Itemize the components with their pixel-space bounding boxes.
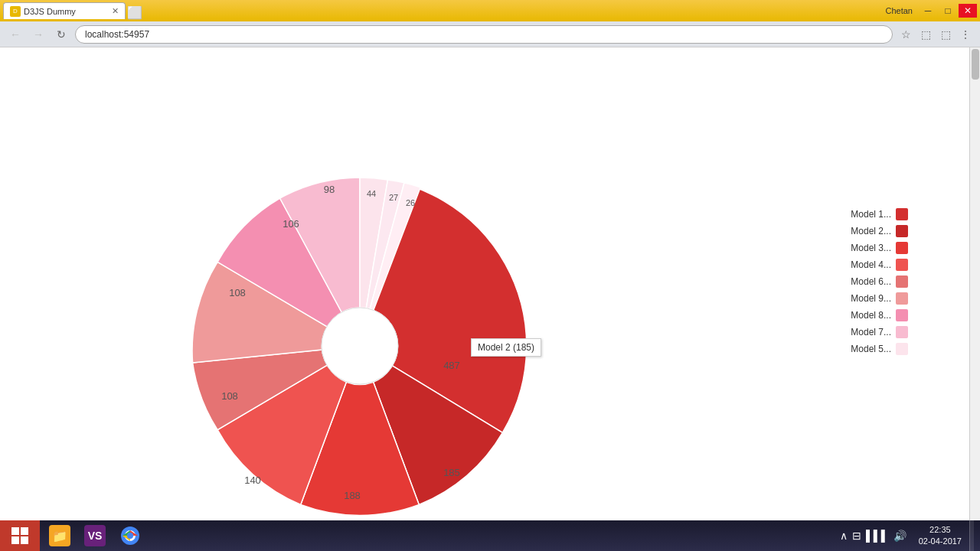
tab-title: D3JS Dummy — [24, 7, 76, 16]
title-bar: D D3JS Dummy ✕ ⬜ Chetan ─ □ ✕ — [0, 0, 980, 21]
taskbar: 📁 VS — [0, 520, 980, 551]
label-model9: 108 — [229, 287, 246, 298]
clock-time: 22:35 — [919, 524, 962, 536]
label-model4: 140 — [244, 474, 261, 486]
toolbar-icons: ☆ ⬚ ⬚ ⋮ — [897, 26, 974, 43]
legend-swatch-model4 — [896, 259, 908, 271]
start-button[interactable] — [0, 520, 40, 551]
legend-swatch-model6 — [896, 276, 908, 288]
tab-area: D D3JS Dummy ✕ ⬜ — [3, 2, 144, 19]
legend-swatch-model8 — [896, 309, 908, 321]
scrollbar[interactable] — [969, 47, 980, 520]
legend-item-model2: Model 2... — [851, 225, 908, 237]
legend-item-model4: Model 4... — [851, 259, 908, 271]
label-model8: 106 — [283, 218, 299, 230]
taskbar-apps: 📁 VS — [40, 522, 150, 549]
windows-logo-icon — [11, 527, 28, 544]
svg-rect-3 — [21, 536, 28, 544]
back-button[interactable]: ← — [6, 25, 24, 44]
clock-date: 02-04-2017 — [919, 536, 962, 547]
legend-label: Model 4... — [851, 259, 891, 270]
scrollbar-thumb[interactable] — [972, 49, 979, 80]
browser-tab[interactable]: D D3JS Dummy ✕ — [3, 2, 126, 19]
close-button[interactable]: ✕ — [959, 4, 977, 18]
legend-swatch-model1 — [896, 208, 908, 220]
label-model2: 185 — [443, 467, 460, 478]
center-circle — [322, 308, 398, 384]
legend-item-model5: Model 5... — [851, 343, 908, 355]
file-explorer-icon: 📁 — [49, 525, 70, 546]
page-content: 487 185 188 140 108 108 106 98 44 27 26 … — [0, 47, 980, 520]
legend-label: Model 8... — [851, 310, 891, 321]
label-model3: 188 — [344, 490, 361, 501]
tab-close-btn[interactable]: ✕ — [112, 6, 119, 16]
maximize-button[interactable]: □ — [939, 4, 957, 18]
legend-swatch-model5 — [896, 343, 908, 355]
chart-container: 487 185 188 140 108 108 106 98 44 27 26 … — [0, 47, 969, 520]
menu-icon[interactable]: ⋮ — [957, 26, 974, 43]
forward-button[interactable]: → — [29, 25, 47, 44]
extension-icon1[interactable]: ⬚ — [917, 26, 934, 43]
legend-item-model8: Model 8... — [851, 309, 908, 321]
visual-studio-icon: VS — [84, 525, 106, 546]
legend-label: Model 2... — [851, 226, 891, 236]
legend: Model 1... Model 2... Model 3... Model 4… — [851, 208, 908, 355]
tab-favicon: D — [10, 6, 21, 17]
legend-label: Model 3... — [851, 243, 891, 253]
legend-swatch-model7 — [896, 326, 908, 338]
tray-up-arrow-icon[interactable]: ∧ — [840, 530, 848, 542]
taskbar-clock[interactable]: 22:35 02-04-2017 — [914, 524, 966, 548]
svg-rect-1 — [21, 527, 28, 535]
svg-rect-2 — [11, 536, 19, 544]
address-bar: ← → ↻ ☆ ⬚ ⬚ ⋮ — [0, 21, 980, 47]
new-tab-button[interactable]: ⬜ — [126, 5, 144, 19]
svg-rect-0 — [11, 527, 19, 535]
taskbar-chrome[interactable] — [113, 522, 147, 549]
new-tab-icon: ⬜ — [127, 5, 142, 20]
extension-icon2[interactable]: ⬚ — [937, 26, 954, 43]
label-model10: 27 — [389, 193, 398, 202]
legend-label: Model 9... — [851, 293, 891, 304]
taskbar-visual-studio[interactable]: VS — [78, 522, 112, 549]
signal-bars-icon[interactable]: ▌▌▌ — [866, 530, 889, 542]
legend-item-model6: Model 6... — [851, 276, 908, 288]
legend-label: Model 1... — [851, 209, 891, 220]
bookmark-icon[interactable]: ☆ — [897, 26, 914, 43]
label-model7: 98 — [324, 184, 335, 195]
legend-item-model1: Model 1... — [851, 208, 908, 220]
label-model11: 26 — [406, 198, 415, 207]
show-desktop-button[interactable] — [969, 520, 974, 551]
legend-label: Model 7... — [851, 327, 891, 337]
legend-swatch-model3 — [896, 242, 908, 254]
label-model6: 108 — [221, 390, 238, 402]
label-model1: 487 — [443, 360, 460, 371]
volume-icon[interactable]: 🔊 — [893, 530, 906, 542]
legend-label: Model 5... — [851, 344, 891, 354]
legend-swatch-model9 — [896, 292, 908, 305]
url-input[interactable] — [75, 25, 893, 44]
chrome-icon — [119, 525, 141, 546]
svg-point-6 — [127, 533, 133, 539]
pie-chart-svg: 487 185 188 140 108 108 106 98 44 27 26 — [38, 47, 689, 520]
label-model5: 44 — [367, 189, 376, 198]
legend-item-model7: Model 7... — [851, 326, 908, 338]
refresh-button[interactable]: ↻ — [52, 25, 70, 44]
minimize-button[interactable]: ─ — [919, 4, 937, 18]
browser-window: D D3JS Dummy ✕ ⬜ Chetan ─ □ ✕ ← → ↻ ☆ ⬚ … — [0, 0, 980, 551]
legend-item-model3: Model 3... — [851, 242, 908, 254]
window-controls: Chetan ─ □ ✕ — [886, 4, 977, 18]
legend-swatch-model2 — [896, 225, 908, 237]
legend-item-model9: Model 9... — [851, 292, 908, 305]
network-icon[interactable]: ⊟ — [852, 530, 861, 542]
legend-label: Model 6... — [851, 276, 891, 287]
user-name: Chetan — [886, 6, 913, 15]
taskbar-system-tray: ∧ ⊟ ▌▌▌ 🔊 22:35 02-04-2017 — [829, 520, 980, 551]
taskbar-file-explorer[interactable]: 📁 — [43, 522, 77, 549]
tray-icons: ∧ ⊟ ▌▌▌ 🔊 — [835, 530, 911, 542]
